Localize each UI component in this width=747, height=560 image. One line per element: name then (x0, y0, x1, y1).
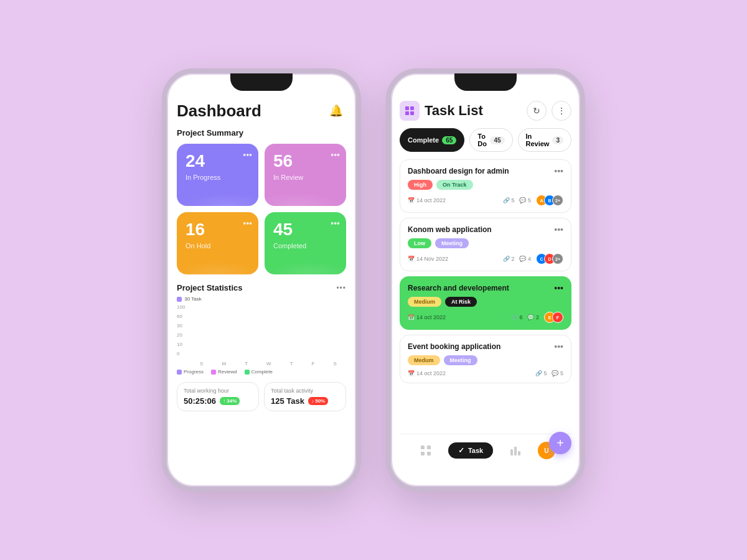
fab-add-button[interactable]: + (549, 432, 571, 454)
task-files-konom: 💬 4 (519, 256, 531, 262)
stat-card-in-progress[interactable]: ••• 24 In Progress (177, 144, 258, 206)
tasklist-title: Task List (425, 103, 483, 119)
task-files-research: 💬 2 (527, 314, 539, 320)
task-name-event-booking: Event booking application (408, 342, 500, 351)
filter-tab-inreview[interactable]: In Review 3 (518, 128, 571, 152)
nav-chart-icon[interactable] (505, 441, 525, 460)
more-options-button[interactable]: ⋮ (552, 101, 571, 121)
svg-rect-9 (514, 447, 517, 455)
phone-notch-tasklist (454, 73, 517, 91)
chart-area: 100 60 30 20 10 0 (177, 304, 346, 366)
task-avatars-konom: C D 2+ (536, 253, 563, 264)
svg-rect-5 (427, 446, 431, 449)
notification-icon[interactable]: 🔔 (326, 101, 346, 121)
task-name-konom-web: Konom web application (408, 225, 492, 234)
task-date-research: 📅 14 oct 2022 (408, 314, 446, 320)
stat-menu-in-progress[interactable]: ••• (243, 150, 252, 160)
stat-number-completed: 45 (273, 220, 337, 240)
filter-inreview-count: 3 (552, 136, 563, 144)
chart-title: Project Statistics (177, 283, 243, 292)
task-date-event-booking: 📅 14 oct 2022 (408, 370, 446, 376)
tag-at-risk: At Risk (445, 297, 477, 307)
phones-container: Dashboard 🔔 Project Summary ••• 24 In Pr… (162, 68, 585, 492)
project-summary-label: Project Summary (177, 128, 243, 138)
svg-rect-10 (518, 451, 520, 455)
tag-medium-event: Medum (408, 355, 440, 365)
task-name-research: Research and developement (408, 284, 509, 292)
svg-rect-2 (405, 111, 409, 115)
phone-notch-dashboard (230, 73, 293, 91)
task-menu-dashboard-design[interactable]: ••• (554, 166, 563, 176)
working-hour-label: Total working hour (184, 388, 252, 394)
task-tags-dashboard-design: High On Track (408, 180, 563, 190)
chart-legend-label: 30 Task (184, 296, 201, 302)
nav-task-button[interactable]: ✓ Task (448, 442, 493, 459)
svg-rect-3 (410, 111, 414, 115)
filter-tabs: Complete 65 To Do 45 In Review 3 (400, 128, 571, 152)
stat-card-completed[interactable]: ••• 45 Completed (265, 212, 346, 274)
tag-high: High (408, 180, 433, 190)
task-card-konom-web[interactable]: Konom web application ••• Low Meeting 📅 … (400, 218, 571, 271)
task-activity-label: Total task activity (271, 388, 339, 394)
task-card-event-booking[interactable]: Event booking application ••• Medum Meet… (400, 335, 571, 383)
task-activity-value: 125 Task (271, 396, 304, 406)
tasks-list: Dashboard design for admin ••• High On T… (400, 159, 571, 429)
filter-todo-label: To Do (477, 133, 487, 147)
project-statistics-section: Project Statistics ••• 30 Task 100 60 (177, 283, 346, 375)
bottom-stats: Total working hour 50:25:06 ↑ 34% Total … (177, 382, 346, 411)
nav-task-label: Task (468, 447, 483, 454)
legend-reviewed: Reviewd (218, 369, 237, 375)
task-date-konom-web: 📅 14 Nov 2022 (408, 256, 448, 262)
task-check-icon: ✓ (458, 446, 464, 455)
filter-complete-count: 65 (442, 136, 456, 144)
task-tags-event-booking: Medum Meeting (408, 355, 563, 365)
stat-number-on-hold: 16 (186, 220, 250, 240)
chart-menu[interactable]: ••• (336, 284, 346, 292)
task-activity-badge: ↓ 50% (308, 397, 328, 405)
dashboard-title: Dashboard (177, 101, 261, 121)
task-links-dashboard: 🔗 5 (503, 197, 515, 203)
total-task-activity-card: Total task activity 125 Task ↓ 50% (264, 382, 346, 411)
svg-rect-6 (421, 452, 425, 455)
tasklist-phone: Task List ↻ ⋮ Complete 65 To Do 45 (386, 68, 585, 492)
filter-tab-complete[interactable]: Complete 65 (400, 128, 464, 152)
share-button[interactable]: ↻ (527, 101, 547, 121)
task-menu-konom-web[interactable]: ••• (554, 225, 563, 235)
chart-x-labels: SMTWTFS (190, 361, 346, 366)
stat-card-on-hold[interactable]: ••• 16 On Hold (177, 212, 258, 274)
filter-inreview-label: In Review (526, 133, 550, 147)
task-date-dashboard-design: 📅 14 oct 2022 (408, 197, 446, 203)
filter-tab-todo[interactable]: To Do 45 (469, 128, 512, 152)
stat-number-in-review: 56 (273, 151, 337, 171)
chart-legend: Progress Reviewd Complete (177, 369, 346, 375)
tag-on-track: On Track (436, 180, 473, 190)
stats-grid: ••• 24 In Progress ••• 56 In Review (177, 144, 346, 274)
task-menu-event-booking[interactable]: ••• (554, 342, 563, 352)
stat-menu-in-review[interactable]: ••• (331, 150, 340, 160)
legend-complete: Complete (251, 369, 273, 375)
task-menu-research[interactable]: ••• (554, 283, 563, 293)
task-files-dashboard: 💬 5 (519, 197, 531, 203)
tasklist-icon (400, 101, 420, 121)
chart-bars (190, 304, 346, 357)
svg-rect-8 (510, 449, 513, 455)
stat-menu-on-hold[interactable]: ••• (243, 218, 252, 228)
stat-label-completed: Completed (273, 242, 306, 250)
stat-card-in-review[interactable]: ••• 56 In Review (265, 144, 346, 206)
task-avatars-dashboard: A B 2+ (536, 195, 563, 206)
nav-grid-icon[interactable] (416, 441, 436, 460)
svg-rect-4 (421, 446, 425, 449)
stat-menu-completed[interactable]: ••• (331, 218, 340, 228)
stat-label-in-review: In Review (273, 174, 303, 181)
filter-complete-label: Complete (408, 136, 439, 144)
task-card-research[interactable]: Research and developement ••• Medium At … (400, 276, 571, 330)
task-links-research: 🔗 6 (511, 314, 523, 320)
total-working-hour-card: Total working hour 50:25:06 ↑ 34% (177, 382, 259, 411)
dashboard-phone: Dashboard 🔔 Project Summary ••• 24 In Pr… (162, 68, 361, 492)
task-avatars-research: E F (544, 312, 563, 323)
task-tags-research: Medium At Risk (408, 297, 563, 307)
tag-meeting: Meeting (435, 238, 469, 248)
task-card-dashboard-design[interactable]: Dashboard design for admin ••• High On T… (400, 159, 571, 213)
working-hour-badge: ↑ 34% (220, 397, 240, 405)
stat-label-in-progress: In Progress (186, 174, 220, 181)
